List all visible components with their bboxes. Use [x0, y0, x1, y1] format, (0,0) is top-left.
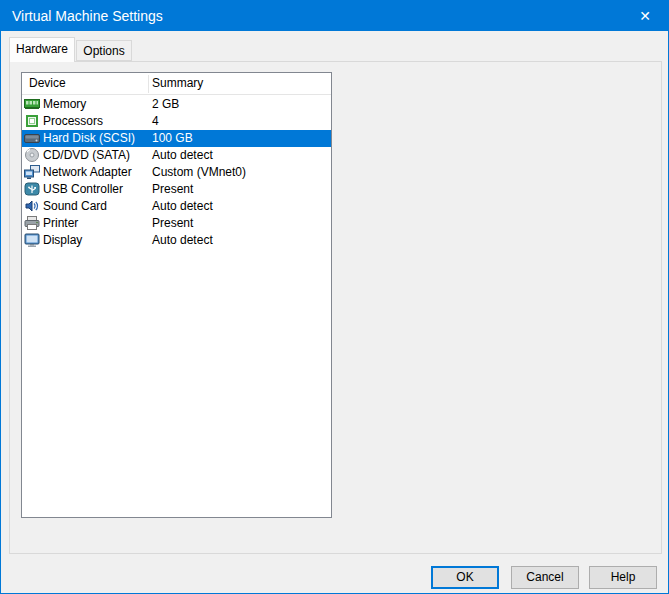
ok-button[interactable]: OK [431, 566, 499, 589]
device-summary: 2 GB [152, 96, 179, 113]
device-name: Memory [43, 96, 86, 113]
column-header-summary: Summary [152, 73, 203, 94]
device-row-memory[interactable]: Memory 2 GB [22, 96, 331, 113]
printer-icon [24, 215, 40, 231]
device-row-printer[interactable]: Printer Present [22, 215, 331, 232]
help-button[interactable]: Help [589, 566, 657, 589]
memory-icon [24, 96, 40, 112]
device-row-processors[interactable]: Processors 4 [22, 113, 331, 130]
device-row-usb-controller[interactable]: USB Controller Present [22, 181, 331, 198]
display-icon [24, 232, 40, 248]
device-name: Network Adapter [43, 164, 132, 181]
device-name: USB Controller [43, 181, 123, 198]
device-row-cd-dvd[interactable]: CD/DVD (SATA) Auto detect [22, 147, 331, 164]
cancel-button[interactable]: Cancel [511, 566, 579, 589]
close-icon: ✕ [639, 8, 651, 24]
device-summary: 100 GB [152, 130, 193, 147]
device-name: Display [43, 232, 82, 249]
cd-dvd-icon [24, 147, 40, 163]
device-summary: Auto detect [152, 147, 213, 164]
column-divider [148, 75, 149, 93]
device-row-network-adapter[interactable]: Network Adapter Custom (VMnet0) [22, 164, 331, 181]
device-summary: 4 [152, 113, 159, 130]
device-name: Processors [43, 113, 103, 130]
title-bar[interactable]: Virtual Machine Settings ✕ [1, 1, 668, 31]
column-header-device: Device [29, 73, 66, 94]
sound-icon [24, 198, 40, 214]
device-name: Hard Disk (SCSI) [43, 130, 135, 147]
device-name: Printer [43, 215, 78, 232]
device-summary: Custom (VMnet0) [152, 164, 246, 181]
device-summary: Present [152, 215, 193, 232]
network-adapter-icon [24, 164, 40, 180]
device-row-display[interactable]: Display Auto detect [22, 232, 331, 249]
tab-hardware[interactable]: Hardware [9, 37, 75, 62]
device-row-hard-disk[interactable]: Hard Disk (SCSI) 100 GB [22, 130, 331, 147]
usb-icon [24, 181, 40, 197]
hard-disk-icon [24, 130, 40, 146]
window-title: Virtual Machine Settings [12, 8, 163, 24]
device-name: CD/DVD (SATA) [43, 147, 130, 164]
processor-icon [24, 113, 40, 129]
device-list[interactable]: Device Summary Memory 2 GB Processors 4 … [21, 72, 332, 518]
device-summary: Auto detect [152, 198, 213, 215]
device-summary: Present [152, 181, 193, 198]
tab-options[interactable]: Options [76, 40, 132, 61]
device-list-header: Device Summary [22, 73, 331, 95]
close-button[interactable]: ✕ [622, 1, 668, 31]
virtual-machine-settings-dialog: Virtual Machine Settings ✕ Hardware Opti… [0, 0, 669, 594]
device-row-sound-card[interactable]: Sound Card Auto detect [22, 198, 331, 215]
device-name: Sound Card [43, 198, 107, 215]
device-summary: Auto detect [152, 232, 213, 249]
